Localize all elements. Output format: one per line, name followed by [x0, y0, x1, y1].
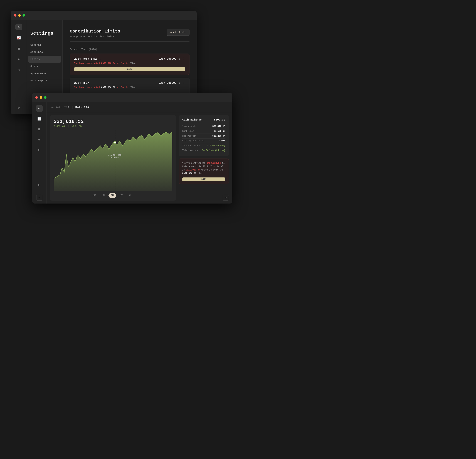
add-limit-button[interactable]: ⊕ Add limit — [167, 29, 189, 36]
roth-nav-chart[interactable]: 📈 — [36, 115, 43, 122]
portfolio-pct-value: 9.96% — [219, 139, 225, 142]
roth-close-button[interactable] — [35, 96, 38, 99]
roth-sidebar-toggle-bottom-wrap: ⊟ — [179, 195, 229, 201]
nav-icon-history[interactable]: ◷ — [15, 66, 22, 73]
timeframe-3m[interactable]: 3M — [109, 193, 116, 198]
limit-card-tfsa-title: 2024 TFSA — [74, 82, 89, 85]
book-cost-value: $9,566.68 — [214, 130, 225, 132]
roth-calendar-icon: ▦ — [38, 127, 40, 131]
sidebar-item-goals[interactable]: Goals — [27, 63, 62, 70]
limit-card-roth-desc: You have contributed CA$9,020.94 so far … — [74, 62, 185, 65]
cash-balance-title: Cash Balance — [182, 118, 202, 121]
roth-content: $31,618.52 6,362.48 | ↑25.19% — [46, 112, 232, 204]
circle-plus-icon: ⊕ — [170, 31, 172, 34]
right-panel: Cash Balance $202.39 Investments $31,416… — [179, 115, 229, 201]
left-nav: ⚙ 📈 ▦ ◈ ◷ ◎ — [11, 20, 27, 114]
sidebar-item-general[interactable]: General — [27, 41, 62, 49]
content-title: Contribution Limits — [70, 29, 120, 34]
roth-chart-icon: 📈 — [37, 117, 41, 121]
breadcrumb-roth-ira: Roth IRA — [56, 106, 69, 109]
todays-return-value: $15.06 (0.05%) — [207, 144, 225, 147]
roth-sidebar-toggle[interactable]: ⊟ — [36, 195, 42, 201]
roth-gear-icon: ⚙ — [38, 107, 40, 110]
tfsa-more-options-icon[interactable]: ⋮ — [182, 82, 185, 85]
roth-sidebar-toggle-bottom[interactable]: ⊟ — [223, 195, 229, 201]
chart-icon: 📈 — [17, 36, 21, 40]
sidebar-item-limits[interactable]: Limits — [28, 56, 61, 63]
more-options-icon[interactable]: ⋮ — [182, 57, 185, 61]
cb-row-book-cost: Book Cost $9,566.68 — [182, 129, 225, 133]
maximize-button[interactable] — [23, 14, 25, 16]
history-icon: ◷ — [18, 68, 20, 72]
roth-nav-settings[interactable]: ◎ — [36, 181, 43, 188]
nav-icon-gear[interactable]: ⚙ — [15, 24, 22, 30]
roth-nav-history[interactable]: ◷ — [36, 146, 43, 153]
timeframe-1m[interactable]: 1M — [100, 193, 107, 198]
cash-balance-card: Cash Balance $202.39 Investments $31,416… — [179, 115, 229, 156]
timeframe-1w[interactable]: 1W — [90, 193, 98, 198]
roth-header: ← Roth IRA | Roth IRA — [46, 102, 232, 112]
warning-text-end: limit. — [196, 172, 205, 175]
warning-limit: CA$7,000.00 — [182, 172, 196, 175]
close-button[interactable] — [14, 14, 17, 16]
sidebar-item-appearance[interactable]: Appearance — [27, 70, 62, 77]
chart-change-amount: 6,362.48 — [54, 125, 65, 128]
cb-row-net-deposit: Net Deposit $25,256.04 — [182, 133, 225, 138]
calendar-icon: ▦ — [18, 46, 20, 50]
limit-card-roth-header: 2024 Roth IRAs ⚠ CA$7,000.00 ∨ ⋮ — [74, 57, 185, 61]
net-deposit-label: Net Deposit — [182, 135, 196, 137]
limit-card-tfsa-desc: You have contributed CA$7,000.00 so far … — [74, 86, 185, 89]
content-header-text: Contribution Limits Manage your contribu… — [70, 29, 120, 38]
todays-return-label: Today's return — [182, 144, 200, 147]
limit-card-tfsa: 2024 TFSA CA$7,000.00 ∨ ⋮ You have contr… — [70, 78, 189, 95]
roth-nav-gear[interactable]: ⚙ — [36, 105, 43, 112]
gear-icon: ⚙ — [18, 25, 20, 29]
sidebar-toggle-bottom-icon: ⊟ — [225, 196, 227, 199]
roth-brain-icon: ◈ — [38, 138, 40, 141]
roth-nav-brain[interactable]: ◈ — [36, 136, 43, 143]
limit-card-roth-amount: CA$7,000.00 ∨ ⋮ — [159, 57, 185, 61]
warning-text-post: which is over the — [200, 169, 223, 171]
nav-icon-chart[interactable]: 📈 — [15, 34, 22, 41]
nav-icon-settings[interactable]: ◎ — [15, 104, 22, 111]
warning-amount1: CA$9,020.94 — [207, 162, 221, 164]
limit-card-roth-title: 2024 Roth IRAs ⚠ — [74, 57, 101, 60]
book-cost-label: Book Cost — [182, 130, 194, 132]
limit-card-roth-iras: 2024 Roth IRAs ⚠ CA$7,000.00 ∨ ⋮ You hav… — [70, 54, 189, 75]
limit-card-tfsa-amount: CA$7,000.00 ∨ ⋮ — [159, 82, 185, 85]
portfolio-chart-svg — [54, 130, 172, 191]
chart-area-path — [54, 132, 172, 191]
roth-nav-calendar[interactable]: ▦ — [36, 126, 43, 132]
limit-card-tfsa-header: 2024 TFSA CA$7,000.00 ∨ ⋮ — [74, 82, 185, 85]
nav-icon-brain[interactable]: ◈ — [15, 56, 22, 63]
warning-progress-bar: 129% — [182, 177, 225, 181]
settings-title: Settings — [27, 31, 62, 41]
roth-minimize-button[interactable] — [40, 96, 42, 99]
cb-row-investments: Investments $31,416.13 — [182, 124, 225, 129]
add-limit-label: Add limit — [173, 31, 186, 34]
page-title-roth-ira: Roth IRA — [75, 106, 89, 109]
chart-change: 6,362.48 | ↑25.19% — [54, 125, 172, 128]
timeframe-1y[interactable]: 1Y — [118, 193, 125, 198]
tfsa-chevron-down-icon[interactable]: ∨ — [178, 82, 180, 85]
minimize-button[interactable] — [18, 14, 21, 16]
roth-iras-progress-bar: 129% — [74, 67, 185, 71]
roth-body: ⚙ 📈 ▦ ◈ ◷ ◎ ⊟ ← — [32, 102, 232, 204]
section-label: Current Year (2024) — [70, 48, 189, 51]
chevron-down-icon[interactable]: ∨ — [178, 57, 180, 61]
timeframe-all[interactable]: ALL — [127, 193, 136, 198]
warning-progress-fill: 129% — [182, 177, 225, 181]
sidebar-item-accounts[interactable]: Accounts — [27, 49, 62, 56]
roth-ira-window: ⚙ 📈 ▦ ◈ ◷ ◎ ⊟ ← — [32, 93, 232, 204]
roth-main: ← Roth IRA | Roth IRA $31,618.52 6,362.4… — [46, 102, 232, 204]
nav-icon-calendar[interactable]: ▦ — [15, 45, 22, 52]
roth-title-bar — [32, 93, 232, 102]
chart-change-sep: | — [68, 125, 69, 128]
warning-amount2: CA$9,020.94 — [186, 169, 200, 171]
investments-value: $31,416.13 — [212, 125, 225, 128]
roth-maximize-button[interactable] — [44, 96, 46, 99]
sidebar-item-data-export[interactable]: Data Export — [27, 77, 62, 84]
cb-row-todays-return: Today's return $15.06 (0.05%) — [182, 143, 225, 148]
back-arrow-icon[interactable]: ← — [51, 106, 53, 109]
net-deposit-value: $25,256.04 — [212, 135, 225, 137]
